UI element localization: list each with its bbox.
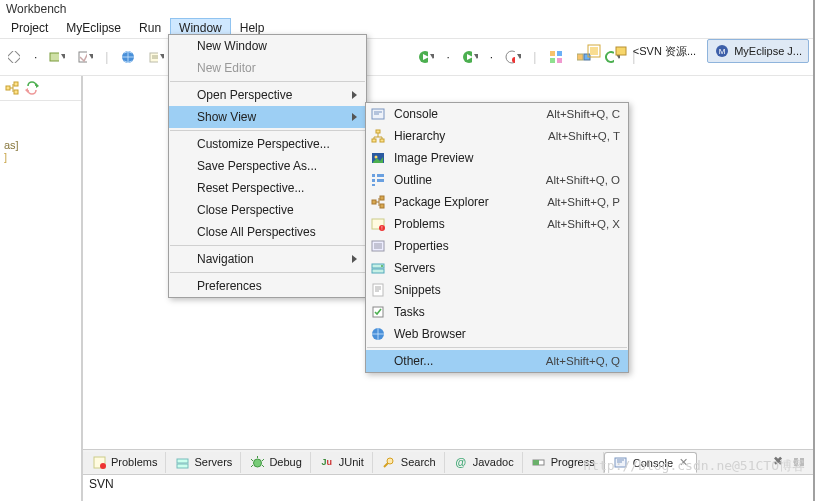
svg-marker-34 (36, 83, 39, 88)
left-panel: as] ] (0, 76, 82, 501)
svg-rect-31 (6, 86, 10, 90)
junit-icon: Ju (319, 454, 335, 470)
svg-point-37 (100, 463, 106, 469)
open-perspective-icon[interactable] (586, 43, 602, 59)
properties-icon (370, 238, 386, 254)
menu-open-perspective[interactable]: Open Perspective (169, 84, 379, 106)
svg-rect-49 (372, 139, 376, 142)
svg-rect-28 (616, 47, 626, 55)
svg-point-40 (253, 459, 261, 467)
snippets-icon (370, 282, 386, 298)
chevron-right-icon (352, 91, 357, 99)
toolbar-run-red-icon[interactable] (505, 49, 521, 65)
bottom-tabs-wrap: Problems Servers Debug JuJUnit Search @J… (83, 449, 813, 474)
toolbar-server-icon[interactable] (49, 49, 65, 65)
view-other[interactable]: Other...Alt+Shift+Q, Q (366, 350, 628, 372)
myeclipse-icon: M (714, 43, 730, 59)
menu-run[interactable]: Run (130, 18, 170, 38)
view-console[interactable]: ConsoleAlt+Shift+Q, C (366, 103, 628, 125)
toggle-icon[interactable] (791, 454, 807, 470)
menu-preferences[interactable]: Preferences (169, 275, 379, 297)
menu-new-editor: New Editor (169, 57, 379, 79)
view-tasks[interactable]: Tasks (366, 301, 628, 323)
close-view-icon[interactable]: ✖ (773, 454, 783, 470)
menu-show-view[interactable]: Show View ConsoleAlt+Shift+Q, C Hierarch… (169, 106, 379, 128)
svg-rect-19 (557, 51, 562, 56)
menu-navigation[interactable]: Navigation (169, 248, 379, 270)
tab-junit[interactable]: JuJUnit (311, 452, 373, 473)
problems-icon (91, 454, 107, 470)
perspective-myeclipse-label: MyEclipse J... (734, 45, 802, 57)
toolbar-browser-icon[interactable] (120, 49, 136, 65)
menu-customize-perspective[interactable]: Customize Perspective... (169, 133, 379, 155)
bottom-tabs-controls: ✖ (773, 454, 807, 470)
close-icon[interactable]: ✕ (679, 456, 688, 469)
svg-rect-48 (376, 130, 380, 133)
servers-icon (370, 260, 386, 276)
svg-text:!: ! (381, 225, 382, 231)
svg-marker-11 (430, 54, 434, 59)
tab-console[interactable]: Console✕ (604, 452, 697, 473)
menu-save-perspective-as[interactable]: Save Perspective As... (169, 155, 379, 177)
view-outline[interactable]: OutlineAlt+Shift+Q, O (366, 169, 628, 191)
left-tree-row-1[interactable]: as] (4, 139, 77, 151)
tab-javadoc[interactable]: @Javadoc (445, 452, 523, 473)
svg-rect-60 (380, 204, 384, 208)
perspective-myeclipse[interactable]: M MyEclipse J... (707, 39, 809, 63)
view-properties[interactable]: Properties (366, 235, 628, 257)
svg-rect-33 (14, 90, 18, 94)
menu-close-perspective[interactable]: Close Perspective (169, 199, 379, 221)
debug-icon (249, 454, 265, 470)
problems-icon: ! (370, 216, 386, 232)
view-web-browser[interactable]: Web Browser (366, 323, 628, 345)
tab-search[interactable]: Search (373, 452, 445, 473)
tab-sync-icon[interactable] (24, 80, 40, 96)
console-content: SVN (83, 474, 813, 501)
view-servers[interactable]: Servers (366, 257, 628, 279)
toolbar-script-icon[interactable] (148, 49, 164, 65)
svg-rect-38 (177, 459, 188, 463)
left-panel-content: as] ] (0, 101, 81, 171)
tab-problems[interactable]: Problems (83, 452, 166, 473)
toolbar-run-green2-icon[interactable] (462, 49, 478, 65)
tab-debug[interactable]: Debug (241, 452, 310, 473)
view-hierarchy[interactable]: HierarchyAlt+Shift+Q, T (366, 125, 628, 147)
chevron-right-icon (352, 255, 357, 263)
toolbar-wizard-icon[interactable] (77, 49, 93, 65)
svg-marker-14 (474, 54, 478, 59)
window-menu-dropdown: New Window New Editor Open Perspective S… (168, 34, 367, 298)
perspective-switcher: <SVN 资源... M MyEclipse J... (586, 38, 809, 64)
servers-icon (174, 454, 190, 470)
menu-myeclipse[interactable]: MyEclipse (57, 18, 130, 38)
menu-close-all-perspectives[interactable]: Close All Perspectives (169, 221, 379, 243)
svg-point-67 (381, 265, 383, 267)
chevron-right-icon (352, 113, 357, 121)
view-image-preview[interactable]: Image Preview (366, 147, 628, 169)
svg-rect-43 (533, 460, 539, 465)
tab-hierarchy-icon[interactable] (4, 80, 20, 96)
menu-reset-perspective[interactable]: Reset Perspective... (169, 177, 379, 199)
svg-point-41 (387, 458, 393, 464)
toolbar-diamond-icon[interactable] (6, 49, 22, 65)
toolbar-run-green-icon[interactable] (418, 49, 434, 65)
svg-rect-39 (177, 464, 188, 468)
svg-rect-66 (372, 269, 384, 273)
view-snippets[interactable]: Snippets (366, 279, 628, 301)
menu-project[interactable]: Project (2, 18, 57, 38)
svg-rect-20 (550, 58, 555, 63)
menubar: Project MyEclipse Run Window Help (0, 18, 813, 39)
toolbar-palette1-icon[interactable] (548, 49, 564, 65)
tab-progress[interactable]: Progress (523, 452, 604, 473)
svg-marker-8 (160, 54, 164, 59)
svg-rect-58 (372, 200, 376, 204)
svg-rect-46 (800, 458, 804, 466)
perspective-svn[interactable]: <SVN 资源... (606, 39, 703, 63)
bottom-tabs: Problems Servers Debug JuJUnit Search @J… (83, 450, 697, 474)
svg-rect-55 (372, 179, 375, 182)
view-problems[interactable]: !ProblemsAlt+Shift+Q, X (366, 213, 628, 235)
left-tree-row-2[interactable]: ] (4, 151, 77, 163)
view-package-explorer[interactable]: Package ExplorerAlt+Shift+Q, P (366, 191, 628, 213)
svg-rect-18 (550, 51, 555, 56)
menu-new-window[interactable]: New Window (169, 35, 379, 57)
tab-servers[interactable]: Servers (166, 452, 241, 473)
